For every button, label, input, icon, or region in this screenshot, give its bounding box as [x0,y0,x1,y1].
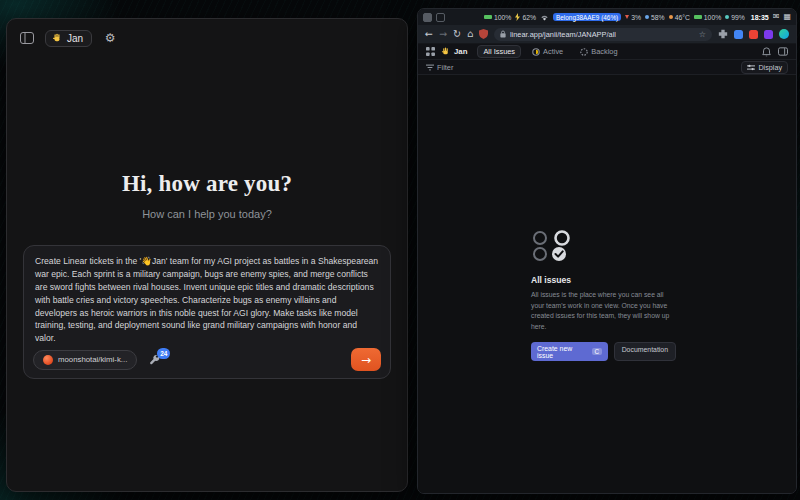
forward-button[interactable]: → [439,29,447,39]
extensions-puzzle-icon[interactable] [718,29,728,39]
bookmark-star-icon[interactable]: ☆ [699,30,706,39]
display-sliders-icon [747,64,755,71]
linear-header-actions [762,47,788,57]
create-shortcut-key: C [592,348,602,355]
home-button[interactable]: ⌂ [467,29,473,39]
charge-percent: 62% [522,14,536,21]
desktop-background: Jan ⚙ Hi, how are you? How can I help yo… [0,0,800,500]
thermometer-icon [669,15,673,19]
back-button[interactable]: ← [425,29,433,39]
extension-purple-icon[interactable] [764,30,773,39]
tab-active[interactable]: Active [526,45,569,58]
lock-icon [500,30,506,38]
cpu-status: 3% [625,14,641,21]
battery-percent: 100% [494,14,511,21]
app-grid-icon[interactable]: ▦ [783,13,791,21]
model-selector[interactable]: moonshotai/kimi-k... [33,350,137,370]
workspace-icon [436,13,445,22]
cpu-icon [625,15,629,19]
greeting-block: Hi, how are you? How can I help you toda… [7,171,407,220]
active-status-icon [532,48,540,56]
create-button-label: Create new issue [537,345,588,359]
linear-header: Jan All Issues Active Backlo [418,44,796,60]
linear-view-tabs: All Issues Active Backlog [477,45,623,58]
memory-percent: 58% [651,14,665,21]
empty-state-description: All issues is the place where you can se… [531,290,676,332]
prompt-composer[interactable]: Create Linear tickets in the '👋Jan' team… [23,245,391,379]
tab-backlog[interactable]: Backlog [574,45,623,58]
moonshot-logo-icon [43,355,53,365]
adblock-shield-icon[interactable] [479,29,488,39]
wifi-icon [540,14,549,21]
documentation-button[interactable]: Documentation [614,342,676,361]
panel-icon [20,32,34,44]
url-bar[interactable]: linear.app/janii/team/JANAPP/all ☆ [494,28,712,41]
tools-button[interactable]: 24 [148,353,162,367]
system-tray: 100% 62% Belong38AAE9 (46%) 3% [484,13,791,21]
model-selector-label: moonshotai/kimi-k... [58,355,127,364]
greeting-subtitle: How can I help you today? [7,208,407,220]
jan-app-window: Jan ⚙ Hi, how are you? How can I help yo… [6,18,408,492]
tab-backlog-label: Backlog [591,47,617,56]
settings-gear-icon[interactable]: ⚙ [100,28,120,48]
charge-status: 62% [515,13,536,21]
tab-all-issues[interactable]: All Issues [477,45,521,58]
linear-team-selector[interactable]: Jan [441,47,467,56]
reload-button[interactable]: ↻ [453,29,461,39]
filter-label: Filter [437,63,453,72]
display-label: Display [758,63,782,72]
empty-state-title: All issues [531,275,676,285]
memory-icon [645,15,649,19]
brightness-icon [725,15,729,19]
battery-alt-status: 100% [694,14,721,21]
battery-icon [484,15,492,19]
jan-header: Jan ⚙ [7,19,407,57]
linear-content: All issues All issues is the place where… [418,75,796,493]
url-text[interactable]: linear.app/janii/team/JANAPP/all [510,30,616,39]
wave-emoji-icon [441,47,450,56]
extension-red-icon[interactable] [749,30,758,39]
linear-team-label: Jan [454,47,467,56]
composer-toolbar: moonshotai/kimi-k... 24 → [33,348,381,371]
send-button[interactable]: → [351,348,381,371]
temperature-status: 46°C [669,14,690,21]
battery-alt-percent: 100% [704,14,721,21]
workspace-indicators[interactable] [423,13,445,22]
brightness-percent: 99% [731,14,745,21]
browser-toolbar: ← → ↻ ⌂ linear.app/janii/team/JANAPP/all… [418,25,796,44]
greeting-title: Hi, how are you? [7,171,407,197]
profile-avatar[interactable] [779,29,789,39]
prompt-text[interactable]: Create Linear tickets in the '👋Jan' team… [35,255,379,345]
network-badge[interactable]: Belong38AAE9 (46%) [553,13,621,21]
brightness-status: 99% [725,14,745,21]
filter-icon [426,64,434,71]
all-issues-empty-state: All issues All issues is the place where… [531,230,676,361]
create-new-issue-button[interactable]: Create new issue C [531,342,608,361]
backlog-status-icon [580,48,588,56]
send-arrow-icon: → [361,354,371,366]
mail-icon[interactable]: ✉ [773,13,780,21]
battery-alt-icon [694,15,702,19]
team-selector-chip[interactable]: Jan [45,30,92,47]
temperature-value: 46°C [675,14,690,21]
memory-status: 58% [645,14,665,21]
linear-sidebar-icon[interactable] [426,47,435,56]
tab-active-label: Active [543,47,563,56]
notifications-bell-icon[interactable] [762,47,771,57]
filter-button[interactable]: Filter [426,63,453,72]
display-options-button[interactable]: Display [741,61,788,74]
extension-blue-icon[interactable] [734,30,743,39]
team-chip-label: Jan [67,33,83,44]
empty-state-actions: Create new issue C Documentation [531,342,676,361]
workspace-active-icon [423,13,432,22]
system-status-bar: 100% 62% Belong38AAE9 (46%) 3% [418,9,796,25]
battery-status: 100% [484,14,511,21]
linear-filter-bar: Filter Display [418,60,796,75]
side-panel-icon[interactable] [778,47,788,56]
bolt-icon [515,13,520,21]
tools-count-badge: 24 [157,348,170,359]
issue-status-circles-illustration [531,230,577,262]
sidebar-toggle-icon[interactable] [17,28,37,48]
wave-emoji-icon [52,33,62,43]
tab-all-issues-label: All Issues [483,47,515,56]
